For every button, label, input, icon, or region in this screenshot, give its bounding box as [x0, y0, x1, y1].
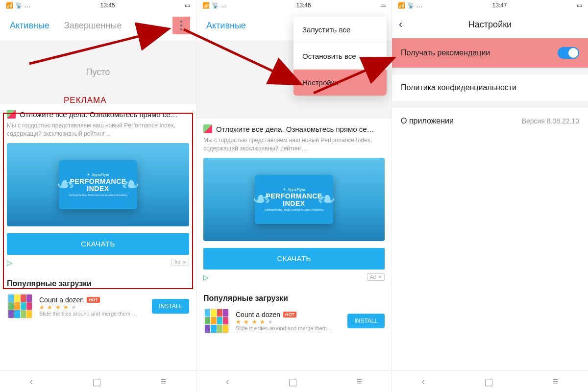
ad-index-sub: Ranking the Best Media Sources in Mobile… — [69, 194, 127, 196]
ad-favicon-icon — [203, 124, 212, 133]
app-name: Count a dozen — [39, 296, 84, 304]
nav-home-icon[interactable]: ▢ — [92, 376, 101, 388]
tab-completed-downloads[interactable]: Завершенные — [64, 21, 122, 31]
settings-privacy[interactable]: Политика конфиденциальности — [392, 74, 588, 101]
signal-icon: 📶 — [202, 2, 210, 9]
ad-index-sub: Ranking the Best Media Sources in Mobile… — [265, 208, 323, 211]
menu-start-all[interactable]: Запустить все — [294, 17, 387, 43]
empty-state: Пусто — [0, 40, 196, 104]
clock: 13:45 — [100, 2, 115, 9]
app-rating: ★ ★ ★ ★ ★ — [236, 318, 342, 325]
app-name: Count a dozen — [236, 311, 280, 318]
signal-icon: 📶 — [6, 2, 13, 9]
popular-title: Популярные загрузки — [196, 287, 392, 308]
nav-recent-icon[interactable]: ≡ — [553, 376, 559, 387]
status-bar: 📶📡… 13:47 ▭ — [392, 0, 588, 11]
page-title: Настройки — [468, 20, 512, 30]
settings-recommendations[interactable]: Получать рекомендации — [392, 38, 588, 68]
ad-favicon-icon — [7, 110, 16, 119]
nav-bar: ‹ ▢ ≡ — [0, 370, 196, 392]
menu-settings[interactable]: Настройки — [294, 70, 387, 96]
ad-index-line2: INDEX — [87, 185, 109, 193]
close-icon[interactable]: ✕ — [378, 274, 382, 280]
settings-privacy-label: Политика конфиденциальности — [401, 83, 516, 92]
ad-index-line1: PERFORMANCE — [266, 193, 322, 199]
app-row[interactable]: Count a dozen HOT ★ ★ ★ ★ ★ Slide the ti… — [0, 293, 196, 326]
nav-home-icon[interactable]: ▢ — [484, 376, 493, 388]
ad-index-line2: INDEX — [283, 199, 305, 207]
status-bar: 📶📡… 13:45 ▭ — [0, 0, 196, 11]
back-button[interactable]: ‹ — [399, 18, 402, 31]
settings-recommend-label: Получать рекомендации — [401, 49, 490, 57]
ad-tag[interactable]: Ad✕ — [172, 259, 189, 266]
more-icon: … — [416, 2, 422, 9]
nav-home-icon[interactable]: ▢ — [288, 376, 297, 388]
wifi-icon: 📡 — [407, 2, 415, 9]
settings-about-label: О приложении — [401, 117, 454, 125]
kebab-popup: Запустить все Остановить все Настройки — [294, 17, 387, 96]
screen-3: 📶📡… 13:47 ▭ ‹ Настройки Получать рекомен… — [392, 0, 588, 392]
battery-icon: ▭ — [577, 2, 582, 9]
settings-about[interactable]: О приложении Версия 8.08.22.10 — [392, 108, 588, 134]
title-bar: ‹ Настройки — [392, 11, 588, 38]
ad-card[interactable]: Отложите все дела. Ознакомьтесь прямо се… — [196, 119, 392, 287]
screen-1: 📶📡… 13:45 ▭ Активные Завершенные Пусто Р… — [0, 0, 196, 392]
install-button[interactable]: INSTALL — [152, 299, 189, 314]
ad-brand: ✦AppsFlyer — [283, 187, 305, 192]
app-icon — [7, 293, 33, 319]
clock: 13:46 — [296, 2, 311, 9]
annotation-reklama: РЕКЛАМА — [64, 96, 107, 105]
signal-icon: 📶 — [398, 2, 405, 9]
more-icon: … — [24, 2, 30, 9]
ad-download-button[interactable]: СКАЧАТЬ — [203, 248, 385, 270]
nav-bar: ‹ ▢ ≡ — [392, 370, 588, 392]
ad-download-button[interactable]: СКАЧАТЬ — [7, 233, 189, 255]
nav-back-icon[interactable]: ‹ — [29, 376, 33, 387]
app-rating: ★ ★ ★ ★ ★ — [39, 304, 146, 311]
version-text: Версия 8.08.22.10 — [522, 117, 579, 125]
app-row[interactable]: Count a dozen HOT ★ ★ ★ ★ ★ Slide the ti… — [196, 308, 392, 341]
tabs: Активные Завершенные — [0, 11, 196, 40]
ad-image: ❧ ❧ ✦AppsFlyer PERFORMANCE INDEX Ranking… — [203, 158, 385, 241]
nav-bar: ‹ ▢ ≡ — [196, 370, 392, 392]
ad-brand: ✦AppsFlyer — [87, 172, 109, 177]
ad-play-icon[interactable]: ▷ — [203, 273, 209, 281]
more-icon: … — [221, 2, 227, 9]
menu-stop-all[interactable]: Остановить все — [294, 43, 387, 70]
app-desc: Slide the tiles around and merge them … — [236, 325, 342, 331]
ad-subtitle: Мы с гордостью представляем наш новый Pe… — [7, 122, 189, 138]
wifi-icon: 📡 — [212, 2, 219, 9]
battery-icon: ▭ — [380, 2, 386, 9]
kebab-menu-button[interactable] — [172, 17, 190, 34]
nav-back-icon[interactable]: ‹ — [226, 376, 229, 387]
status-bar: 📶📡… 13:46 ▭ — [196, 0, 392, 11]
ad-index-line1: PERFORMANCE — [70, 178, 126, 185]
tab-active-downloads[interactable]: Активные — [206, 21, 246, 31]
empty-text: Пусто — [86, 67, 110, 77]
toggle-recommendations[interactable] — [558, 47, 579, 59]
ad-tag[interactable]: Ad✕ — [367, 273, 385, 281]
ad-title: Отложите все дела. Ознакомьтесь прямо се… — [216, 125, 374, 133]
ad-card[interactable]: Отложите все дела. Ознакомьтесь прямо се… — [0, 104, 196, 272]
ad-image: ❧ ❧ ✦AppsFlyer PERFORMANCE INDEX Ranking… — [7, 143, 189, 226]
wifi-icon: 📡 — [15, 2, 23, 9]
popular-title: Популярные загрузки — [0, 272, 196, 293]
nav-back-icon[interactable]: ‹ — [421, 376, 425, 387]
ad-subtitle: Мы с гордостью представляем наш новый Pe… — [203, 136, 385, 153]
hot-badge: HOT — [283, 312, 296, 318]
install-button[interactable]: INSTALL — [347, 314, 385, 328]
nav-recent-icon[interactable]: ≡ — [161, 376, 167, 387]
tab-active-downloads[interactable]: Активные — [10, 21, 49, 31]
ad-title: Отложите все дела. Ознакомьтесь прямо се… — [20, 110, 178, 119]
nav-recent-icon[interactable]: ≡ — [356, 376, 362, 387]
battery-icon: ▭ — [185, 2, 190, 9]
app-desc: Slide the tiles around and merge them … — [39, 311, 146, 317]
screen-2: 📶📡… 13:46 ▭ Активные Запустить все Остан… — [196, 0, 392, 392]
clock: 13:47 — [492, 2, 507, 9]
ad-play-icon[interactable]: ▷ — [7, 259, 12, 267]
app-icon — [203, 308, 230, 334]
hot-badge: HOT — [87, 297, 100, 303]
close-icon[interactable]: ✕ — [182, 260, 186, 265]
